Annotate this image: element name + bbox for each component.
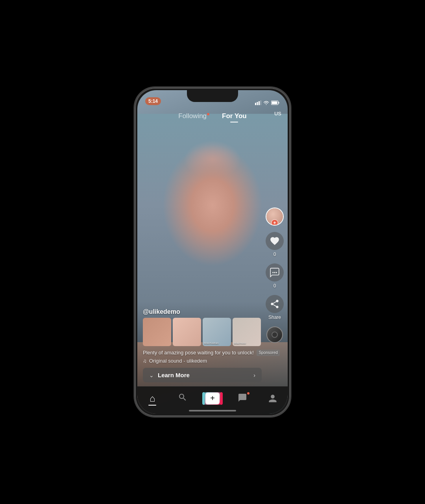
right-actions: + 0: [266, 208, 284, 343]
music-action[interactable]: [266, 326, 283, 343]
comment-action[interactable]: 0: [266, 263, 284, 289]
avatar[interactable]: +: [266, 208, 284, 226]
tab-for-you[interactable]: For You: [219, 111, 250, 122]
like-count: 0: [273, 252, 276, 257]
comment-button[interactable]: [266, 263, 284, 282]
chevron-down-icon: ⌄: [149, 372, 154, 378]
share-action[interactable]: Share: [266, 295, 284, 320]
svg-rect-6: [279, 102, 279, 104]
signal-icon: [255, 100, 261, 105]
share-button[interactable]: [266, 295, 284, 313]
wifi-icon: [263, 100, 269, 105]
follow-plus-icon[interactable]: +: [271, 219, 278, 226]
chevron-right-icon: ›: [253, 372, 255, 378]
notch: [187, 90, 238, 102]
svg-rect-3: [261, 100, 262, 105]
svg-rect-5: [272, 102, 277, 104]
nav-profile[interactable]: [258, 394, 288, 403]
svg-rect-2: [259, 101, 260, 105]
home-indicator: [189, 410, 236, 411]
svg-point-8: [274, 272, 275, 273]
thumbnail-strip: Manhattan Macmoo: [143, 318, 282, 346]
search-icon: [178, 393, 187, 404]
svg-point-7: [272, 272, 273, 273]
like-action[interactable]: 0: [266, 232, 284, 257]
nav-tabs: Following For You: [137, 107, 288, 125]
share-label: Share: [268, 315, 281, 320]
region-label: US: [274, 111, 281, 117]
status-time: 5:14: [145, 97, 161, 105]
music-disc-inner: [272, 332, 278, 338]
share-icon: [270, 299, 280, 309]
home-active-indicator: [148, 405, 156, 406]
learn-more-text: Learn More: [158, 372, 190, 378]
comment-count: 0: [273, 283, 276, 289]
nav-search[interactable]: [167, 393, 197, 404]
following-dot: [207, 113, 209, 115]
user-handle[interactable]: @ulikedemo: [143, 308, 282, 315]
svg-rect-1: [257, 102, 258, 105]
thumb-label-3: Manhattan: [204, 341, 230, 345]
svg-rect-0: [255, 103, 256, 105]
heart-icon: [270, 236, 280, 246]
svg-point-9: [276, 272, 277, 273]
battery-icon: [271, 100, 280, 105]
profile-icon: [268, 394, 277, 403]
phone-wrapper: 5:14: [130, 83, 295, 421]
comment-icon: [270, 267, 280, 278]
thumbnail-2[interactable]: [173, 318, 201, 346]
music-note-icon: ♫: [143, 358, 147, 364]
home-icon: ⌂: [150, 393, 155, 404]
learn-more-button[interactable]: ⌄ Learn More ›: [143, 368, 262, 382]
sponsored-badge: Sponsored: [257, 350, 279, 356]
like-button[interactable]: [266, 232, 284, 250]
nav-messages[interactable]: [227, 393, 257, 404]
messages-notification-dot: [247, 392, 249, 395]
nav-home[interactable]: ⌂: [137, 393, 167, 404]
add-button[interactable]: +: [203, 392, 222, 405]
nav-add[interactable]: +: [198, 392, 227, 405]
thumb-label-4: Macmoo: [234, 341, 260, 345]
plus-icon: +: [205, 393, 220, 404]
sound-row: ♫ Original sound - ulikedem: [143, 358, 282, 364]
messages-icon: [238, 393, 247, 402]
learn-more-left: ⌄ Learn More: [149, 372, 190, 378]
screen: 5:14: [137, 90, 288, 414]
phone-frame: 5:14: [134, 87, 291, 417]
music-disc[interactable]: [266, 326, 283, 343]
thumbnail-3[interactable]: Manhattan: [203, 318, 231, 346]
thumbnail-4[interactable]: Macmoo: [233, 318, 261, 346]
status-icons: [255, 100, 280, 105]
tab-following[interactable]: Following: [175, 111, 213, 122]
video-description: Plenty of amazing pose waiting for you t…: [143, 349, 282, 356]
thumbnail-1[interactable]: [143, 318, 171, 346]
avatar-action[interactable]: +: [266, 208, 284, 226]
sound-name: Original sound - ulikedem: [149, 358, 207, 364]
bottom-overlay: @ulikedemo Manhattan Macmoo: [137, 302, 288, 387]
